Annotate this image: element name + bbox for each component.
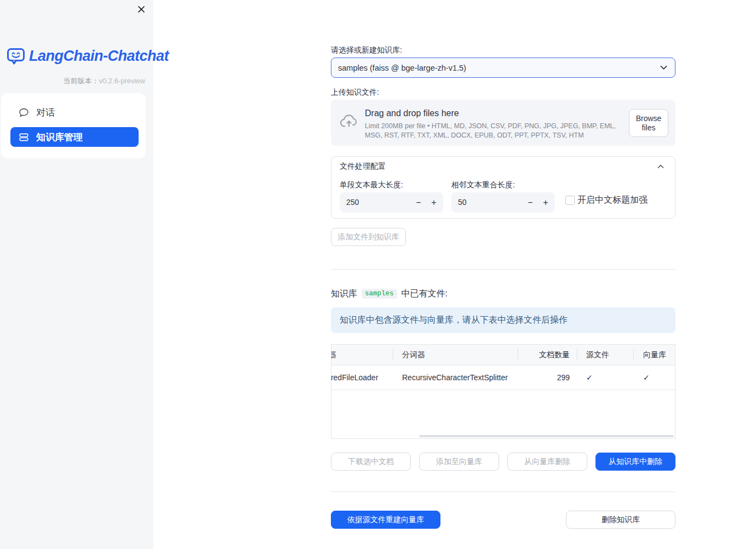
table-header-row: 文档加载器 分词器 文档数量 源文件 向量库: [331, 345, 675, 365]
header-separator: [393, 349, 393, 361]
app-logo: LangChain-Chatchat: [7, 47, 169, 65]
table-row[interactable]: UnstructuredFileLoader RecursiveCharacte…: [331, 365, 675, 390]
sidebar-item-dialogue[interactable]: 对话: [10, 102, 139, 122]
close-icon: [137, 5, 146, 14]
file-dropzone[interactable]: Drag and drop files here Limit 200MB per…: [331, 100, 675, 146]
download-selected-button[interactable]: 下载选中文档: [331, 453, 411, 471]
app-root: LangChain-Chatchat 当前版本：v0.2.6-preview 对…: [0, 0, 756, 549]
add-to-vector-store-button[interactable]: 添加至向量库: [419, 453, 499, 471]
kb-files-table[interactable]: 文档加载器 分词器 文档数量 源文件 向量库 UnstructuredFileL…: [331, 344, 675, 439]
version-label: 当前版本：: [63, 77, 99, 85]
rebuild-vector-store-button[interactable]: 依据源文件重建向量库: [331, 511, 440, 529]
overlap-size-label: 相邻文本重合长度:: [451, 180, 515, 190]
sidebar-item-label: 对话: [36, 106, 55, 119]
chatchat-logo-icon: [7, 47, 25, 65]
chunk-minus-button[interactable]: −: [411, 192, 426, 213]
overlap-plus-button[interactable]: +: [539, 192, 553, 213]
chunk-size-value[interactable]: 250: [346, 192, 359, 213]
overlap-minus-button[interactable]: −: [523, 192, 537, 213]
header-separator: [518, 349, 518, 361]
upload-label: 上传知识文件:: [331, 88, 379, 98]
delete-kb-button[interactable]: 删除知识库: [566, 511, 675, 529]
sidebar-item-label: 知识库管理: [36, 131, 83, 144]
delete-from-vector-store-button[interactable]: 从向量库删除: [507, 453, 587, 471]
column-header-splitter: 分词器: [393, 345, 518, 365]
info-banner-text: 知识库中包含源文件与向量库，请从下表中选择文件后操作: [340, 314, 568, 326]
version-line: 当前版本：v0.2.6-preview: [63, 76, 145, 86]
kb-name-code: samples: [362, 289, 397, 299]
kb-files-suffix: 中已有文件:: [402, 288, 448, 300]
table-scroll-content: 文档加载器 分词器 文档数量 源文件 向量库 UnstructuredFileL…: [331, 345, 675, 390]
cell-vector-store-check[interactable]: ✓: [633, 365, 675, 390]
horizontal-scrollbar[interactable]: [419, 435, 674, 437]
column-header-source-file: 源文件: [577, 345, 633, 365]
zh-title-checkbox[interactable]: [565, 196, 575, 205]
kb-select-label: 请选择或新建知识库:: [331, 45, 402, 55]
column-header-doc-count: 文档数量: [518, 345, 577, 365]
column-header-loader: 文档加载器: [331, 345, 393, 365]
dropzone-limit-text: Limit 200MB per file • HTML, MD, JSON, C…: [365, 122, 627, 140]
sidebar-item-kb-management[interactable]: 知识库管理: [10, 127, 139, 147]
kb-select-value: samples (faiss @ bge-large-zh-v1.5): [338, 64, 660, 72]
divider: [331, 269, 675, 270]
cell-splitter[interactable]: RecursiveCharacterTextSplitter: [393, 365, 518, 390]
kb-select-dropdown[interactable]: samples (faiss @ bge-large-zh-v1.5): [331, 58, 675, 78]
browse-files-button[interactable]: Browse files: [629, 109, 668, 137]
chat-bubble-icon: [19, 107, 29, 118]
sidebar-close-button[interactable]: [135, 3, 147, 15]
delete-from-kb-button[interactable]: 从知识库中删除: [595, 453, 675, 471]
add-files-to-kb-button[interactable]: 添加文件到知识库: [331, 228, 406, 246]
chunk-plus-button[interactable]: +: [427, 192, 441, 213]
overlap-size-input[interactable]: 50 − +: [451, 192, 555, 213]
version-value: v0.2.6-preview: [99, 77, 145, 85]
expander-title: 文件处理配置: [340, 162, 386, 171]
kb-files-heading: 知识库 samples 中已有文件:: [331, 288, 448, 300]
cell-doc-count[interactable]: 299: [518, 365, 577, 390]
divider: [331, 491, 675, 492]
header-separator: [633, 349, 634, 361]
chevron-up-icon: [657, 164, 664, 169]
dropzone-title: Drag and drop files here: [365, 108, 459, 118]
chunk-size-label: 单段文本最大长度:: [340, 180, 403, 190]
header-separator: [577, 349, 577, 361]
cell-loader[interactable]: UnstructuredFileLoader: [331, 365, 393, 390]
sidebar-menu: 对话 知识库管理: [1, 93, 146, 158]
overlap-size-value[interactable]: 50: [458, 192, 467, 213]
zh-title-checkbox-label[interactable]: 开启中文标题加强: [577, 195, 648, 206]
cloud-upload-icon: [340, 113, 358, 131]
column-header-vector-store: 向量库: [633, 345, 675, 365]
file-config-expander: 文件处理配置 单段文本最大长度: 相邻文本重合长度: 250 − + 50 − …: [331, 156, 675, 219]
chevron-down-icon: [660, 65, 667, 70]
kb-files-prefix: 知识库: [331, 288, 357, 300]
cell-source-file-check[interactable]: ✓: [577, 365, 633, 390]
info-banner: 知识库中包含源文件与向量库，请从下表中选择文件后操作: [331, 307, 675, 333]
app-title: LangChain-Chatchat: [29, 48, 169, 65]
chunk-size-input[interactable]: 250 − +: [340, 192, 443, 213]
expander-header[interactable]: 文件处理配置: [331, 157, 675, 176]
kb-stack-icon: [19, 132, 29, 142]
sidebar: LangChain-Chatchat 当前版本：v0.2.6-preview 对…: [0, 0, 153, 549]
